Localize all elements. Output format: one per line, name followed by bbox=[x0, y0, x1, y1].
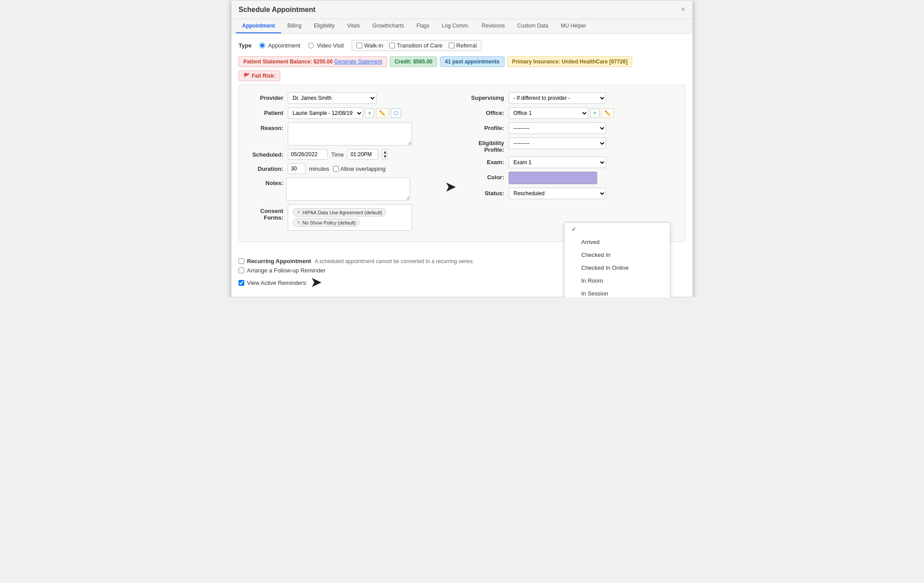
consent-label: Consent Forms: bbox=[248, 204, 283, 221]
patient-label: Patient bbox=[248, 107, 283, 116]
transition-of-care-checkbox[interactable]: Transition of Care bbox=[389, 42, 442, 49]
form-section: Provider Dr. James Smith Patient Laurie bbox=[239, 85, 685, 242]
fall-risk-badge: 🚩 Fall Risk: bbox=[239, 71, 280, 81]
status-dropdown-checked-in[interactable]: Checked In bbox=[564, 248, 670, 261]
add-patient-button[interactable]: + bbox=[365, 108, 374, 118]
fall-risk-bar: 🚩 Fall Risk: bbox=[239, 71, 685, 81]
exam-select[interactable]: Exam 1 bbox=[509, 157, 606, 168]
tab-appointment[interactable]: Appointment bbox=[236, 19, 281, 33]
status-dropdown-empty[interactable] bbox=[564, 223, 670, 236]
color-row: Color: bbox=[469, 172, 676, 184]
tab-eligibility[interactable]: Eligibility bbox=[308, 19, 341, 33]
consent-no-show-tag: ✕ No Show Policy (default) bbox=[293, 218, 360, 227]
exam-input-group: Exam 1 bbox=[509, 157, 676, 168]
patient-balance-badge: Patient Statement Balance: $255.00 Gener… bbox=[239, 56, 387, 67]
profile-input-group: --------- bbox=[509, 122, 676, 134]
allow-overlapping-checkbox[interactable]: Allow overlapping bbox=[333, 165, 386, 172]
provider-select[interactable]: Dr. James Smith bbox=[288, 92, 376, 104]
status-dropdown-in-session[interactable]: In Session bbox=[564, 287, 670, 297]
walk-in-checkbox[interactable]: Walk-in bbox=[356, 42, 383, 49]
eligibility-select[interactable]: --------- bbox=[509, 138, 606, 149]
referral-checkbox[interactable]: Referral bbox=[449, 42, 477, 49]
status-select[interactable]: Arrived Checked In Checked In Online In … bbox=[509, 188, 606, 199]
scheduled-date-input[interactable] bbox=[288, 149, 328, 160]
eligibility-input-group: --------- bbox=[509, 138, 676, 149]
follow-up-label[interactable]: Arrange a Follow-up Reminder bbox=[239, 267, 325, 274]
time-spinners[interactable]: ▲▼ bbox=[382, 149, 388, 160]
primary-insurance-badge: Primary Insurance: United HealthCare [87… bbox=[507, 56, 633, 67]
supervising-row: Supervising - If different to provider - bbox=[469, 92, 676, 104]
tab-log-comm[interactable]: Log Comm. bbox=[436, 19, 476, 33]
modal-header: Schedule Appointment × bbox=[231, 0, 693, 19]
add-office-button[interactable]: + bbox=[590, 108, 599, 118]
schedule-appointment-modal: Schedule Appointment × Appointment Billi… bbox=[231, 0, 693, 297]
scheduled-time-input[interactable] bbox=[347, 149, 378, 160]
tab-mu-helper[interactable]: MU Helper bbox=[555, 19, 592, 33]
tab-revisions[interactable]: Revisions bbox=[476, 19, 511, 33]
type-row: Type Appointment Video Visit Walk-in Tra… bbox=[239, 40, 685, 51]
status-dropdown-in-room[interactable]: In Room bbox=[564, 274, 670, 287]
right-column: Supervising - If different to provider -… bbox=[469, 92, 676, 234]
provider-label: Provider bbox=[248, 92, 283, 101]
scheduled-input-group: Time ▲▼ bbox=[288, 149, 455, 160]
tab-flags[interactable]: Flags bbox=[410, 19, 435, 33]
eligibility-label: Eligibility Profile: bbox=[469, 138, 504, 153]
scheduled-row: Scheduled: Time ▲▼ bbox=[248, 149, 455, 160]
left-column: Provider Dr. James Smith Patient Laurie bbox=[248, 92, 455, 234]
exam-row: Exam: Exam 1 bbox=[469, 157, 676, 168]
tab-custom-data[interactable]: Custom Data bbox=[511, 19, 555, 33]
profile-row: Profile: --------- bbox=[469, 122, 676, 134]
status-input-group: Arrived Checked In Checked In Online In … bbox=[509, 188, 676, 199]
duration-label: Duration: bbox=[248, 163, 283, 172]
status-dropdown-checked-in-online[interactable]: Checked In Online bbox=[564, 261, 670, 274]
tab-vitals[interactable]: Vitals bbox=[341, 19, 366, 33]
type-checkbox-group: Walk-in Transition of Care Referral bbox=[352, 40, 482, 51]
notes-input-group bbox=[286, 177, 442, 201]
type-video-visit-radio[interactable]: Video Visit bbox=[308, 42, 344, 49]
patient-row: Patient Laurie Sample - 12/08/1990 + ✏️ … bbox=[248, 107, 455, 119]
bottom-arrow-indicator: ➤ bbox=[311, 276, 321, 289]
notes-label: Notes: bbox=[248, 177, 283, 186]
office-input-group: Office 1 + ✏️ bbox=[509, 107, 676, 119]
patient-select[interactable]: Laurie Sample - 12/08/1990 bbox=[288, 107, 363, 119]
reason-input-group bbox=[288, 122, 455, 146]
recurring-label[interactable]: Recurring Appointment bbox=[239, 258, 311, 264]
consent-input-group: ✕ HIPAA Data Use Agreement (default) ✕ N… bbox=[288, 204, 455, 231]
notes-textarea[interactable] bbox=[286, 177, 410, 201]
consent-hipaa-tag: ✕ HIPAA Data Use Agreement (default) bbox=[293, 208, 386, 217]
status-label: Status: bbox=[469, 188, 504, 197]
past-appointments-badge[interactable]: 41 past appointments bbox=[440, 56, 504, 67]
view-reminders-row: View Active Reminders: ➤ bbox=[239, 276, 474, 289]
remove-no-show-button[interactable]: ✕ bbox=[297, 220, 301, 225]
view-reminders-checkbox[interactable] bbox=[239, 280, 244, 286]
color-input-group bbox=[509, 172, 676, 184]
edit-office-button[interactable]: ✏️ bbox=[601, 108, 614, 118]
tab-bar: Appointment Billing Eligibility Vitals G… bbox=[231, 19, 693, 34]
generate-statement-link[interactable]: Generate Statement bbox=[334, 59, 382, 65]
edit-patient-button[interactable]: ✏️ bbox=[376, 108, 389, 118]
color-swatch[interactable] bbox=[509, 172, 597, 184]
office-select[interactable]: Office 1 bbox=[509, 107, 588, 119]
recurring-checkbox[interactable] bbox=[239, 258, 244, 264]
remove-hipaa-button[interactable]: ✕ bbox=[297, 209, 301, 215]
close-button[interactable]: × bbox=[681, 5, 685, 14]
reason-label: Reason: bbox=[248, 122, 283, 131]
duration-input[interactable] bbox=[288, 163, 305, 174]
follow-up-checkbox[interactable] bbox=[239, 268, 244, 273]
profile-label: Profile: bbox=[469, 122, 504, 131]
link-patient-button[interactable]: ⬡ bbox=[391, 108, 401, 118]
reason-textarea[interactable] bbox=[288, 122, 412, 146]
tab-growthcharts[interactable]: Growthcharts bbox=[366, 19, 410, 33]
notes-row: Notes: ➤ bbox=[248, 177, 455, 201]
type-appointment-radio[interactable]: Appointment bbox=[259, 42, 300, 49]
supervising-select[interactable]: - If different to provider - bbox=[509, 92, 606, 104]
minutes-label: minutes bbox=[309, 165, 329, 172]
office-label: Office: bbox=[469, 107, 504, 116]
duration-row: Duration: minutes Allow overlapping bbox=[248, 163, 455, 174]
status-dropdown-arrived[interactable]: Arrived bbox=[564, 236, 670, 248]
color-label: Color: bbox=[469, 172, 504, 181]
duration-input-group: minutes Allow overlapping bbox=[288, 163, 455, 174]
view-reminders-label[interactable]: View Active Reminders: bbox=[239, 280, 307, 286]
profile-select[interactable]: --------- bbox=[509, 122, 606, 134]
tab-billing[interactable]: Billing bbox=[281, 19, 308, 33]
